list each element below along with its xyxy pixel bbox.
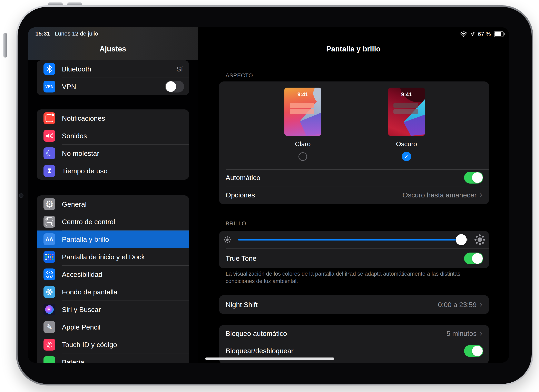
night-shift-value: 0:00 a 23:59 xyxy=(438,301,476,309)
true-tone-row[interactable]: True Tone xyxy=(219,248,489,268)
front-camera xyxy=(19,194,23,197)
battery-nub xyxy=(504,33,505,35)
true-tone-footnote: La visualización de los colores de la pa… xyxy=(226,270,485,285)
appearance-card: 9:41 9:41 Claro Oscuro ✓ Automático xyxy=(219,82,489,204)
true-tone-label: True Tone xyxy=(226,254,256,262)
dark-mode-thumbnail[interactable]: 9:41 xyxy=(388,87,425,136)
sidebar-item-label: Batería xyxy=(62,358,84,363)
dark-mode-check[interactable]: ✓ xyxy=(402,152,411,161)
sounds-icon xyxy=(43,130,55,142)
screen-time-icon xyxy=(43,165,55,177)
brightness-slider[interactable] xyxy=(238,239,468,241)
sidebar-item-notifications[interactable]: Notificaciones xyxy=(37,109,189,127)
sidebar-group-main: ⚙ General Centro de control AA Pantalla … xyxy=(37,195,189,363)
sidebar-item-control-center[interactable]: Centro de control xyxy=(37,213,189,231)
vpn-toggle[interactable] xyxy=(165,81,184,92)
sidebar-item-label: General xyxy=(62,200,87,208)
section-label-aspecto: ASPECTO xyxy=(226,73,253,79)
brightness-low-icon xyxy=(226,238,229,241)
automatic-label: Automático xyxy=(226,174,260,182)
sidebar-item-label: Apple Pencil xyxy=(62,323,101,331)
options-label: Opciones xyxy=(226,191,255,199)
sidebar-item-wallpaper[interactable]: Fondo de pantalla xyxy=(37,283,189,301)
options-value: Oscuro hasta amanecer xyxy=(403,191,477,199)
sidebar-item-label: Centro de control xyxy=(62,218,115,226)
do-not-disturb-icon: ☾ xyxy=(43,147,55,159)
apple-pencil-icon: ✎ xyxy=(43,321,55,333)
sidebar-item-home-screen-dock[interactable]: Pantalla de inicio y el Dock xyxy=(37,248,189,266)
toggle-knob xyxy=(472,253,483,264)
night-shift-label: Night Shift xyxy=(226,301,258,309)
sidebar-item-label: Touch ID y código xyxy=(62,341,117,349)
sidebar-item-label: Siri y Buscar xyxy=(62,306,101,314)
ipad-device: 15:31 Lunes 12 de julio Ajustes Bluetoot… xyxy=(16,5,533,386)
lock-unlock-row[interactable]: Bloquear/desbloquear xyxy=(219,342,489,360)
settings-sidebar: 15:31 Lunes 12 de julio Ajustes Bluetoot… xyxy=(28,27,198,363)
lock-unlock-label: Bloquear/desbloquear xyxy=(226,347,294,355)
automatic-toggle[interactable] xyxy=(464,172,483,184)
sidebar-item-screen-time[interactable]: Tiempo de uso xyxy=(37,162,189,180)
sidebar-item-sounds[interactable]: Sonidos xyxy=(37,127,189,145)
sidebar-item-vpn[interactable]: VPN VPN xyxy=(37,78,189,95)
sidebar-item-siri-search[interactable]: Siri y Buscar xyxy=(37,301,189,318)
sidebar-item-label: Pantalla de inicio y el Dock xyxy=(62,253,145,261)
brightness-card: True Tone xyxy=(219,231,489,268)
auto-lock-card: Bloqueo automático 5 minutos › Bloquear/… xyxy=(219,325,489,363)
sidebar-item-apple-pencil[interactable]: ✎ Apple Pencil xyxy=(37,318,189,336)
bluetooth-icon xyxy=(43,63,55,75)
auto-lock-row[interactable]: Bloqueo automático 5 minutos › xyxy=(219,325,489,342)
dark-mode-label: Oscuro xyxy=(388,140,425,148)
home-indicator[interactable] xyxy=(205,358,334,360)
toggle-knob xyxy=(472,346,483,356)
night-shift-card: Night Shift 0:00 a 23:59 › xyxy=(219,295,489,314)
battery-fill xyxy=(495,32,501,36)
home-screen-icon xyxy=(43,251,55,263)
notifications-icon xyxy=(43,112,55,124)
status-date: Lunes 12 de julio xyxy=(55,30,98,37)
sidebar-group-connectivity: Bluetooth Sí VPN VPN xyxy=(37,60,189,95)
light-mode-label: Claro xyxy=(284,140,321,148)
brightness-slider-row xyxy=(219,231,489,248)
auto-lock-value: 5 minutos xyxy=(447,329,476,338)
sidebar-item-do-not-disturb[interactable]: ☾ No molestar xyxy=(37,145,189,162)
sidebar-item-label: Sonidos xyxy=(62,132,87,140)
light-mode-radio[interactable] xyxy=(298,152,307,161)
check-icon: ✓ xyxy=(404,153,409,160)
section-label-brillo: BRILLO xyxy=(226,221,246,227)
sidebar-item-battery[interactable]: Batería xyxy=(37,353,189,363)
automatic-row[interactable]: Automático xyxy=(219,169,489,186)
touch-id-icon xyxy=(43,339,55,351)
options-row[interactable]: Opciones Oscuro hasta amanecer › xyxy=(219,186,489,204)
page-title: Pantalla y brillo xyxy=(198,45,509,53)
top-button xyxy=(3,33,7,58)
sidebar-item-label: Fondo de pantalla xyxy=(62,288,117,296)
brightness-slider-thumb[interactable] xyxy=(456,234,467,245)
true-tone-toggle[interactable] xyxy=(464,252,483,264)
sidebar-title: Ajustes xyxy=(28,45,198,53)
sidebar-item-label: Tiempo de uso xyxy=(62,167,108,175)
display-brightness-panel: 67 % Pantalla y brillo ASPECTO 9:41 xyxy=(198,27,509,363)
sidebar-item-display-brightness[interactable]: AA Pantalla y brillo xyxy=(37,231,189,248)
brightness-high-icon xyxy=(477,237,482,242)
battery-icon xyxy=(43,356,55,363)
sidebar-item-bluetooth[interactable]: Bluetooth Sí xyxy=(37,60,189,78)
wallpaper-icon xyxy=(43,286,55,298)
notification-pill xyxy=(290,109,314,114)
night-shift-row[interactable]: Night Shift 0:00 a 23:59 › xyxy=(219,295,489,314)
display-brightness-icon: AA xyxy=(43,233,55,245)
status-bar-left: 15:31 Lunes 12 de julio xyxy=(35,30,98,37)
sidebar-item-label: Accesibilidad xyxy=(62,271,102,278)
lock-unlock-toggle[interactable] xyxy=(464,345,483,357)
accessibility-icon xyxy=(43,268,55,280)
battery-icon xyxy=(494,31,504,37)
sidebar-item-label: No molestar xyxy=(62,150,99,157)
notification-pill xyxy=(393,109,418,114)
sidebar-item-accessibility[interactable]: Accesibilidad xyxy=(37,266,189,283)
control-center-icon xyxy=(43,216,55,228)
sidebar-item-touch-id[interactable]: Touch ID y código xyxy=(37,336,189,353)
toggle-knob xyxy=(166,81,176,92)
sidebar-item-general[interactable]: ⚙ General xyxy=(37,195,189,213)
thumbnail-time: 9:41 xyxy=(388,91,425,98)
light-mode-thumbnail[interactable]: 9:41 xyxy=(284,87,321,136)
siri-icon xyxy=(43,304,55,315)
